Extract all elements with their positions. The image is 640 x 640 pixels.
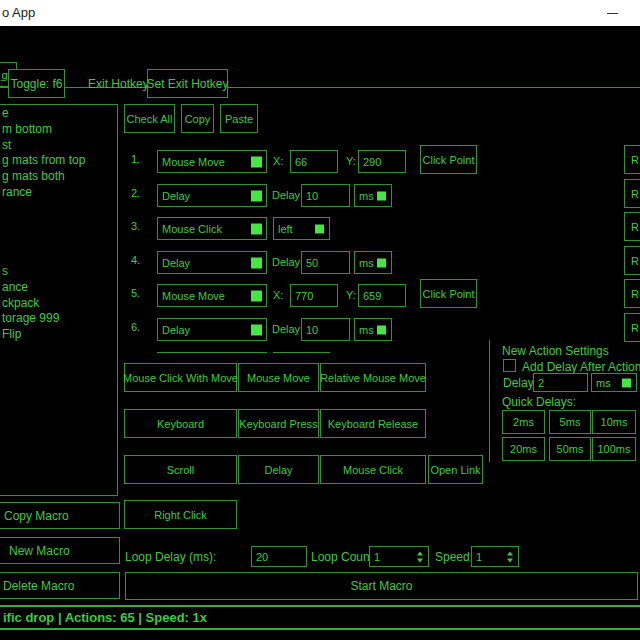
new-action-settings-title: New Action Settings	[502, 344, 609, 358]
dropdown-square-icon	[315, 224, 324, 233]
loop-count-stepper[interactable]: 1	[369, 546, 429, 567]
add-mouse-click-with-move-button[interactable]: Mouse Click With Move	[124, 363, 237, 392]
set-exit-hotkey-button[interactable]: Set Exit Hotkey	[147, 69, 228, 98]
add-relative-mouse-move-button[interactable]: Relative Mouse Move	[320, 363, 426, 392]
new-macro-button[interactable]: New Macro	[0, 537, 120, 564]
minimize-button[interactable]	[593, 0, 631, 26]
x-input[interactable]: 770	[290, 284, 338, 307]
remove-button[interactable]: R	[624, 145, 640, 174]
macro-list-item[interactable]: g mats both	[0, 169, 117, 185]
add-delay-button[interactable]: Delay	[238, 455, 319, 484]
hotkey-label-fragment: :	[0, 76, 3, 90]
action-index: 3.	[131, 220, 140, 232]
macro-list-item[interactable]: ckpack	[0, 296, 117, 312]
delay-unit-dropdown[interactable]: ms	[354, 318, 392, 341]
quick-delay-button[interactable]: 5ms	[549, 410, 591, 434]
dropdown-square-icon	[622, 378, 631, 387]
loop-delay-input[interactable]: 20	[251, 546, 307, 567]
y-input[interactable]: 290	[358, 150, 406, 173]
mouse-button-dropdown[interactable]	[273, 352, 330, 353]
delay-input[interactable]: 10	[301, 318, 350, 341]
delay-label: Delay	[272, 189, 300, 201]
add-open-link-button[interactable]: Open Link	[428, 455, 483, 484]
check-all-button[interactable]: Check All	[124, 104, 175, 133]
remove-button[interactable]: R	[624, 246, 640, 275]
speed-stepper[interactable]: 1	[471, 546, 519, 567]
quick-delay-button[interactable]: 100ms	[592, 437, 636, 461]
action-type-dropdown[interactable]: Mouse Move	[157, 150, 267, 173]
action-type-dropdown[interactable]	[157, 352, 267, 353]
add-scroll-button[interactable]: Scroll	[124, 455, 237, 484]
remove-button[interactable]: R	[624, 279, 640, 308]
add-mouse-click-button[interactable]: Mouse Click	[320, 455, 426, 484]
stepper-arrows-icon[interactable]	[417, 551, 423, 562]
action-type-dropdown[interactable]: Delay	[157, 184, 267, 207]
nas-delay-label: Delay:	[503, 376, 537, 390]
add-keyboard-release-button[interactable]: Keyboard Release	[320, 409, 426, 438]
delete-macro-button[interactable]: Delete Macro	[0, 572, 120, 599]
window-title: o App	[2, 5, 35, 20]
click-point-button[interactable]: Click Point	[420, 145, 477, 174]
nas-delay-value: 2	[538, 377, 544, 389]
delay-input[interactable]: 10	[301, 184, 350, 207]
quick-delay-button[interactable]: 2ms	[502, 410, 545, 434]
macro-list-item[interactable]	[0, 201, 117, 217]
macro-list-item[interactable]	[0, 248, 117, 264]
nas-delay-unit-dropdown[interactable]: ms	[591, 373, 637, 392]
add-mouse-move-button[interactable]: Mouse Move	[238, 363, 319, 392]
delay-unit-value: ms	[359, 257, 374, 269]
delay-input[interactable]: 50	[301, 251, 350, 274]
quick-delay-button[interactable]: 20ms	[502, 437, 545, 461]
add-keyboard-press-button[interactable]: Keyboard Press	[238, 409, 319, 438]
macro-list-item[interactable]: g mats from top	[0, 153, 117, 169]
delay-unit-value: ms	[359, 324, 374, 336]
delay-unit-dropdown[interactable]: ms	[354, 184, 392, 207]
stepper-arrows-icon[interactable]	[507, 551, 513, 562]
toggle-hotkey-button[interactable]: Toggle: f6	[8, 69, 65, 98]
action-type-dropdown[interactable]: Delay	[157, 318, 267, 341]
macro-list-item[interactable]	[0, 217, 117, 233]
x-input[interactable]: 66	[290, 150, 338, 173]
add-keyboard-button[interactable]: Keyboard	[124, 409, 237, 438]
dropdown-square-icon	[251, 190, 262, 201]
macro-list-item[interactable]: e	[0, 106, 117, 122]
paste-button[interactable]: Paste	[220, 104, 258, 133]
y-input[interactable]: 659	[358, 284, 406, 307]
action-type-dropdown[interactable]: Mouse Click	[157, 217, 267, 240]
quick-delay-button[interactable]: 10ms	[592, 410, 636, 434]
quick-delay-button[interactable]: 50ms	[549, 437, 591, 461]
add-delay-checkbox[interactable]	[503, 359, 516, 372]
action-type-dropdown[interactable]: Delay	[157, 251, 267, 274]
copy-macro-button[interactable]: Copy Macro	[0, 502, 120, 529]
loop-count-label: Loop Count:	[311, 550, 376, 564]
action-row: 2. Delay Delay 10 ms R	[119, 181, 640, 215]
copy-button[interactable]: Copy	[181, 104, 214, 133]
macro-list-item[interactable]: ance	[0, 280, 117, 296]
macro-list[interactable]: e m bottom st g mats from top g mats bot…	[0, 104, 118, 496]
loop-count-value: 1	[374, 551, 380, 563]
remove-button[interactable]: R	[624, 212, 640, 241]
macro-list-item[interactable]: s	[0, 264, 117, 280]
status-text: ific drop | Actions: 65 | Speed: 1x	[3, 610, 207, 625]
nas-delay-input[interactable]: 2	[533, 373, 588, 392]
macro-list-item[interactable]: st	[0, 138, 117, 154]
click-point-button[interactable]: Click Point	[420, 279, 477, 308]
macro-list-item[interactable]	[0, 232, 117, 248]
remove-button[interactable]: R	[624, 313, 640, 342]
action-index: 1.	[131, 153, 140, 165]
add-right-click-button[interactable]: Right Click	[124, 500, 237, 529]
start-macro-button[interactable]: Start Macro	[125, 572, 638, 600]
macro-list-item[interactable]: Flip	[0, 327, 117, 343]
macro-list-item[interactable]: m bottom	[0, 122, 117, 138]
action-type-value: Mouse Move	[162, 290, 225, 302]
action-type-dropdown[interactable]: Mouse Move	[157, 284, 267, 307]
macro-list-item[interactable]: rance	[0, 185, 117, 201]
action-type-value: Delay	[162, 257, 190, 269]
macro-list-item[interactable]: torage 999	[0, 311, 117, 327]
remove-button[interactable]: R	[624, 179, 640, 208]
action-type-value: Delay	[162, 190, 190, 202]
delay-value: 10	[306, 190, 318, 202]
delay-unit-dropdown[interactable]: ms	[354, 251, 392, 274]
mouse-button-dropdown[interactable]: left	[273, 217, 330, 240]
loop-delay-value: 20	[256, 551, 268, 563]
